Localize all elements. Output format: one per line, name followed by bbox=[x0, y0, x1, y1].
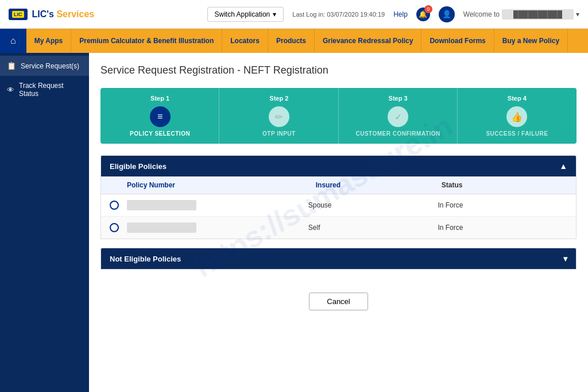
page-layout: 📋 Service Request(s) 👁 Track Request Sta… bbox=[0, 53, 588, 392]
footer-actions: Cancel bbox=[100, 293, 577, 322]
eligible-policies-title: Eligible Policies bbox=[110, 162, 167, 171]
not-eligible-policies-title: Not Eligible Policies bbox=[110, 255, 181, 263]
navbar-item-grievance[interactable]: Grievance Redressal Policy bbox=[315, 29, 421, 53]
col-header-insured: Insured bbox=[316, 181, 442, 189]
sidebar-item-track-status-label: Track Request Status bbox=[19, 82, 82, 98]
user-avatar-icon[interactable]: 👤 bbox=[439, 6, 455, 22]
page-title: Service Request Registration - NEFT Regi… bbox=[100, 64, 577, 76]
policy-radio-1[interactable] bbox=[110, 201, 119, 210]
last-login-value: 03/07/2020 19:40:19 bbox=[327, 11, 385, 18]
user-name-display: ██████████ bbox=[502, 9, 574, 20]
policy-number-1-value: ██████████ bbox=[127, 200, 196, 210]
lic-emblem: LIC bbox=[12, 11, 24, 18]
last-login-info: Last Log in: 03/07/2020 19:40:19 bbox=[292, 11, 385, 18]
policy-number-2: ██████████ bbox=[127, 222, 308, 233]
help-link[interactable]: Help bbox=[393, 10, 408, 18]
chevron-down-icon: ▾ bbox=[273, 10, 276, 18]
app-header: LIC LIC's Services Switch Application ▾ … bbox=[0, 0, 588, 29]
navbar-item-myapps[interactable]: My Apps bbox=[26, 29, 72, 53]
step-1-icon: ≡ bbox=[150, 106, 171, 127]
not-eligible-policies-section: Not Eligible Policies ▾ bbox=[100, 248, 577, 270]
switch-application-button[interactable]: Switch Application ▾ bbox=[207, 7, 284, 22]
step-3-label: Step 3 bbox=[389, 95, 408, 102]
cancel-button[interactable]: Cancel bbox=[309, 293, 368, 310]
radio-col-2 bbox=[110, 223, 127, 232]
services-highlight: Services bbox=[56, 9, 94, 19]
insured-2: Self bbox=[308, 224, 438, 232]
not-eligible-policies-header[interactable]: Not Eligible Policies ▾ bbox=[101, 248, 576, 269]
step-4-label: Step 4 bbox=[508, 95, 527, 102]
track-status-icon: 👁 bbox=[7, 86, 14, 94]
steps-progress-bar: Step 1 ≡ POLICY SELECTION Step 2 ✏ OTP I… bbox=[100, 88, 577, 144]
lic-logo: LIC bbox=[9, 9, 28, 20]
radio-col-1 bbox=[110, 201, 127, 210]
eligible-policies-header[interactable]: Eligible Policies ▲ bbox=[101, 156, 576, 176]
table-row: ██████████ Spouse In Force bbox=[101, 194, 576, 217]
logo-area: LIC LIC's Services bbox=[9, 9, 94, 20]
collapse-icon: ▲ bbox=[559, 162, 567, 171]
navbar-home-button[interactable]: ⌂ bbox=[0, 29, 26, 53]
col-header-policy-number: Policy Number bbox=[127, 181, 316, 189]
step-1: Step 1 ≡ POLICY SELECTION bbox=[100, 88, 219, 144]
service-request-icon: 📋 bbox=[7, 62, 16, 70]
eligible-policies-section: Eligible Policies ▲ Policy Number Insure… bbox=[100, 155, 577, 239]
col-header-status: Status bbox=[442, 181, 567, 189]
step-2-name: OTP INPUT bbox=[262, 130, 296, 137]
welcome-text: Welcome to ██████████ ▾ bbox=[463, 9, 579, 20]
user-dropdown-icon[interactable]: ▾ bbox=[576, 10, 579, 18]
navbar-item-download[interactable]: Download Forms bbox=[421, 29, 494, 53]
services-brand-text: LIC's Services bbox=[32, 9, 95, 20]
step-4-name: SUCCESS / FAILURE bbox=[486, 130, 548, 137]
step-4: Step 4 👍 SUCCESS / FAILURE bbox=[458, 88, 577, 144]
status-1: In Force bbox=[438, 201, 567, 209]
main-navbar: ⌂ My Apps Premium Calculator & Benefit I… bbox=[0, 29, 588, 53]
header-right: Switch Application ▾ Last Log in: 03/07/… bbox=[207, 6, 579, 22]
last-login-label: Last Log in: bbox=[292, 11, 325, 18]
policy-radio-2[interactable] bbox=[110, 223, 119, 232]
step-2-label: Step 2 bbox=[269, 95, 288, 102]
notification-icon[interactable]: 🔔 0 bbox=[416, 7, 430, 21]
step-2-icon: ✏ bbox=[269, 106, 289, 127]
step-3-name: CUSTOMER CONFIRMATION bbox=[355, 130, 440, 137]
table-column-headers: Policy Number Insured Status bbox=[101, 176, 576, 194]
navbar-item-locators[interactable]: Locators bbox=[222, 29, 268, 53]
step-1-name: POLICY SELECTION bbox=[130, 130, 190, 137]
navbar-item-buy-policy[interactable]: Buy a New Policy bbox=[494, 29, 568, 53]
policy-number-1: ██████████ bbox=[127, 200, 308, 210]
step-2: Step 2 ✏ OTP INPUT bbox=[219, 88, 338, 144]
not-eligible-collapse-icon: ▾ bbox=[563, 254, 567, 263]
step-4-icon: 👍 bbox=[506, 106, 527, 127]
step-1-label: Step 1 bbox=[150, 95, 169, 102]
main-content: https://sumassure.in Service Request Reg… bbox=[89, 53, 588, 392]
policy-number-2-value: ██████████ bbox=[127, 222, 196, 233]
sidebar-item-track-status[interactable]: 👁 Track Request Status bbox=[0, 76, 89, 103]
welcome-label: Welcome to bbox=[463, 10, 500, 18]
sidebar: 📋 Service Request(s) 👁 Track Request Sta… bbox=[0, 53, 89, 392]
sidebar-item-service-requests-label: Service Request(s) bbox=[21, 62, 79, 70]
table-row: ██████████ Self In Force bbox=[101, 217, 576, 239]
navbar-item-premium-calc[interactable]: Premium Calculator & Benefit Illustratio… bbox=[71, 29, 222, 53]
step-3: Step 3 ✓ CUSTOMER CONFIRMATION bbox=[339, 88, 458, 144]
switch-app-label: Switch Application bbox=[215, 10, 270, 18]
step-3-icon: ✓ bbox=[388, 106, 408, 127]
sidebar-item-service-requests[interactable]: 📋 Service Request(s) bbox=[0, 56, 89, 76]
navbar-item-products[interactable]: Products bbox=[268, 29, 315, 53]
status-2: In Force bbox=[438, 224, 567, 232]
insured-1: Spouse bbox=[308, 201, 438, 209]
notification-badge: 0 bbox=[424, 5, 432, 13]
